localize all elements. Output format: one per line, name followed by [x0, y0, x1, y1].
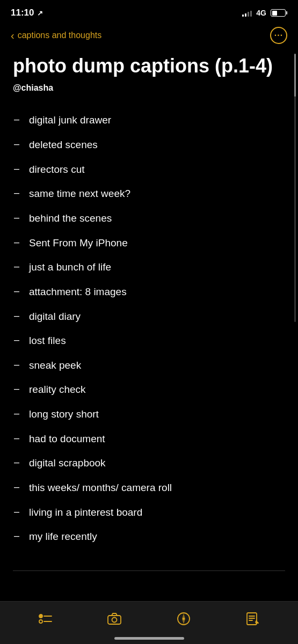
list-item: –same time next week? — [13, 181, 285, 206]
list-item: –this weeks/ months/ camera roll — [13, 475, 285, 500]
main-content: photo dump captions (p.1-4) @chiasha –di… — [0, 49, 298, 560]
list-item-text: just a bunch of life — [29, 260, 111, 274]
list-dash: – — [13, 457, 20, 468]
list-item-text: sneak peek — [29, 358, 81, 372]
status-bar: 11:10 ↗ 4G — [0, 0, 298, 24]
time-display: 11:10 — [11, 8, 34, 18]
svg-point-3 — [39, 620, 42, 623]
list-item: –deleted scenes — [13, 133, 285, 157]
list-item: –digital junk drawer — [13, 108, 285, 133]
list-item: –directors cut — [13, 157, 285, 182]
list-item: –sneak peek — [13, 353, 285, 378]
svg-point-6 — [112, 617, 117, 622]
status-right-icons: 4G — [242, 9, 287, 17]
list-item-text: digital diary — [29, 310, 81, 324]
back-button[interactable]: ‹ captions and thoughts — [11, 30, 101, 42]
network-type: 4G — [256, 9, 266, 17]
nav-bar: ‹ captions and thoughts ··· — [0, 24, 298, 49]
list-item: –my life recently — [13, 524, 285, 549]
list-item: –lost files — [13, 328, 285, 353]
list-dash: – — [13, 114, 20, 125]
list-dash: – — [13, 359, 20, 370]
section-divider — [13, 570, 285, 571]
back-chevron-icon: ‹ — [11, 30, 14, 42]
list-item-text: this weeks/ months/ camera roll — [29, 481, 172, 495]
list-item-text: lost files — [29, 334, 66, 348]
list-item: –long story short — [13, 402, 285, 427]
status-time: 11:10 ↗ — [11, 8, 43, 18]
signal-bar-1 — [242, 14, 244, 17]
list-item-text: Sent From My iPhone — [29, 236, 128, 250]
list-item: –Sent From My iPhone — [13, 231, 285, 255]
svg-point-9 — [183, 618, 185, 620]
svg-rect-10 — [247, 613, 257, 625]
list-item-text: long story short — [29, 407, 99, 421]
list-item: –digital diary — [13, 304, 285, 329]
list-item: –behind the scenes — [13, 206, 285, 231]
list-item: –just a bunch of life — [13, 255, 285, 280]
list-dash: – — [13, 237, 20, 248]
scroll-thumb[interactable] — [294, 54, 296, 97]
more-options-button[interactable]: ··· — [270, 27, 287, 44]
list-dash: – — [13, 334, 20, 346]
list-dash: – — [13, 481, 20, 493]
list-dash: – — [13, 212, 20, 223]
list-item: –had to document — [13, 427, 285, 451]
checklist-button[interactable] — [38, 611, 53, 626]
list-item-text: same time next week? — [29, 187, 130, 201]
scroll-track — [294, 54, 296, 322]
camera-button[interactable] — [107, 611, 122, 626]
list-item-text: my life recently — [29, 530, 97, 544]
list-item-text: digital scrapbook — [29, 456, 106, 470]
page-title: photo dump captions (p.1-4) — [13, 55, 285, 77]
author-label: @chiasha — [13, 83, 285, 93]
svg-rect-5 — [108, 616, 121, 624]
list-item-text: directors cut — [29, 163, 84, 177]
signal-bar-2 — [245, 13, 246, 17]
list-dash: – — [13, 138, 20, 150]
caption-list: –digital junk drawer–deleted scenes–dire… — [13, 108, 285, 549]
list-item-text: reality check — [29, 383, 86, 397]
list-item-text: behind the scenes — [29, 211, 112, 225]
list-dash: – — [13, 286, 20, 297]
battery-icon — [271, 9, 287, 17]
signal-bars — [242, 9, 252, 17]
signal-bar-4 — [250, 11, 252, 17]
list-item-text: living in a pinterest board — [29, 506, 142, 519]
list-item: –digital scrapbook — [13, 451, 285, 475]
list-dash: – — [13, 408, 20, 419]
list-item-text: attachment: 8 images — [29, 285, 127, 299]
edit-button[interactable] — [245, 611, 260, 626]
list-dash: – — [13, 261, 20, 272]
svg-point-1 — [40, 615, 42, 617]
list-dash: – — [13, 310, 20, 321]
list-item: –attachment: 8 images — [13, 280, 285, 304]
signal-bar-3 — [248, 12, 249, 17]
list-item-text: digital junk drawer — [29, 113, 111, 127]
list-dash: – — [13, 506, 20, 517]
home-indicator — [114, 637, 184, 640]
list-dash: – — [13, 163, 20, 174]
list-item: –reality check — [13, 377, 285, 402]
compass-button[interactable] — [176, 611, 191, 626]
list-dash: – — [13, 530, 20, 541]
location-arrow-icon: ↗ — [37, 9, 43, 17]
list-item-text: had to document — [29, 432, 105, 446]
back-label: captions and thoughts — [18, 31, 102, 40]
list-item-text: deleted scenes — [29, 138, 98, 152]
list-item: –living in a pinterest board — [13, 500, 285, 525]
list-dash: – — [13, 187, 20, 199]
list-dash: – — [13, 433, 20, 444]
more-options-label: ··· — [274, 31, 283, 40]
list-dash: – — [13, 383, 20, 394]
